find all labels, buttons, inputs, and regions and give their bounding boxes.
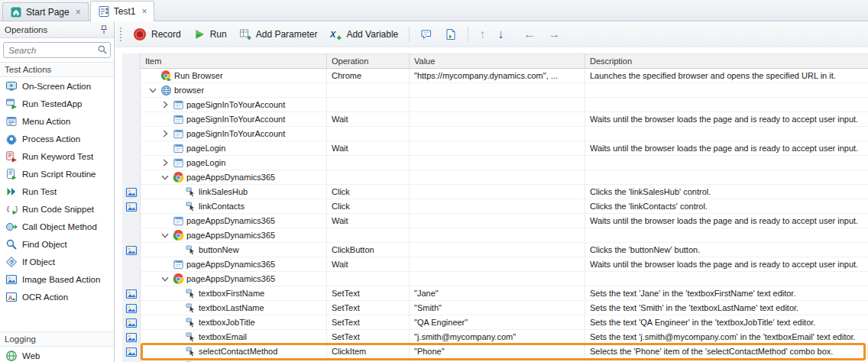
item-cell[interactable]: textboxPhone	[141, 359, 327, 362]
operation-item-run-keyword-test[interactable]: Run Keyword Test	[0, 147, 114, 165]
value-cell[interactable]: "Smith"	[410, 301, 585, 315]
test-step-row-linkcontacts[interactable]: linkContactsClickClicks the 'linkContact…	[141, 199, 868, 214]
description-cell[interactable]: Sets the text '555-555-555' in the 'text…	[585, 359, 868, 362]
visualizer-cell[interactable]	[122, 199, 140, 214]
description-cell[interactable]	[585, 156, 868, 170]
test-step-row-pagelogin[interactable]: pageLoginWaitWaits until the browser loa…	[141, 141, 868, 156]
item-cell[interactable]: pageAppsDynamics365	[141, 257, 327, 272]
visualizer-cell[interactable]	[122, 315, 140, 330]
test-step-row-pageappsdynamics365[interactable]: pageAppsDynamics365WaitWaits until the b…	[141, 214, 868, 228]
operation-item-run-testedapp[interactable]: Run TestedApp	[0, 95, 114, 112]
operation-cell[interactable]: Click	[327, 185, 410, 199]
close-tab-icon[interactable]: ×	[141, 6, 147, 17]
visualizer-cell[interactable]	[122, 286, 140, 301]
pin-icon[interactable]	[99, 24, 109, 35]
operation-cell[interactable]	[327, 170, 410, 185]
column-header-value[interactable]: Value	[410, 54, 585, 68]
test-step-row-pageappsdynamics365[interactable]: pageAppsDynamics365	[141, 170, 868, 185]
description-cell[interactable]: Sets the text 'Jane' in the 'textboxFirs…	[585, 286, 868, 301]
description-cell[interactable]: Sets the text 'QA Engineer' in the 'text…	[585, 315, 868, 330]
operation-cell[interactable]: Wait	[327, 214, 410, 228]
operation-cell[interactable]: Wait	[327, 257, 410, 272]
operation-item-run-script-routine[interactable]: Run Script Routine	[0, 165, 114, 183]
item-cell[interactable]: pageAppsDynamics365	[141, 170, 327, 185]
column-header-operation[interactable]: Operation	[327, 54, 410, 68]
description-cell[interactable]: Launches the specified browser and opens…	[585, 69, 868, 83]
description-cell[interactable]: Selects the 'Phone' item of the 'selectC…	[585, 344, 868, 359]
add-variable-button[interactable]: X Add Variable	[324, 25, 403, 44]
description-cell[interactable]: Sets the text 'Smith' in the 'textboxLas…	[585, 301, 868, 315]
description-cell[interactable]: Waits until the browser loads the page a…	[585, 214, 868, 228]
item-cell[interactable]: pageAppsDynamics365	[141, 272, 327, 286]
test-step-row-pageappsdynamics365[interactable]: pageAppsDynamics365WaitWaits until the b…	[141, 257, 868, 272]
description-cell[interactable]	[585, 170, 868, 185]
operation-item-process-action[interactable]: Process Action	[0, 130, 114, 147]
operation-item-call-object-method[interactable]: Call Object Method	[0, 218, 114, 235]
operation-item-if-object[interactable]: ?If Object	[0, 253, 114, 270]
chevron-down-icon[interactable]	[160, 172, 170, 183]
value-cell[interactable]: "https://mycompany.dynamics.com", ...	[410, 69, 585, 83]
operation-cell[interactable]	[327, 228, 410, 243]
move-right-button[interactable]: →	[542, 26, 565, 43]
run-button[interactable]: Run	[188, 25, 232, 44]
description-cell[interactable]	[585, 83, 868, 98]
description-cell[interactable]: Clicks the 'linkContacts' control.	[585, 199, 868, 214]
chevron-right-icon[interactable]	[160, 128, 170, 139]
add-parameter-button[interactable]: Add Parameter	[234, 25, 323, 44]
value-cell[interactable]: "Jane"	[410, 286, 585, 301]
operation-cell[interactable]: ClickButton	[327, 243, 410, 257]
operation-cell[interactable]: SetText	[327, 315, 410, 330]
description-cell[interactable]: Clicks the 'linkSalesHub' control.	[585, 185, 868, 199]
visualizer-cell[interactable]	[122, 330, 140, 344]
item-cell[interactable]: Run Browser	[141, 69, 327, 83]
item-cell[interactable]: pageLogin	[141, 141, 327, 156]
operation-cell[interactable]: ClickItem	[327, 344, 410, 359]
test-step-row-textboxemail[interactable]: textboxEmailSetText"j.smith@mycompany.co…	[141, 330, 868, 344]
chevron-down-icon[interactable]	[147, 85, 158, 95]
operation-item-ocr-action[interactable]: AOCR Action	[0, 288, 114, 305]
value-cell[interactable]	[410, 98, 585, 112]
chevron-right-icon[interactable]	[160, 157, 170, 168]
test-step-row-selectcontactmethod[interactable]: selectContactMethodClickItem"Phone"Selec…	[141, 344, 868, 359]
item-cell[interactable]: pageAppsDynamics365	[141, 214, 327, 228]
test-step-row-linksaleshub[interactable]: linkSalesHubClickClicks the 'linkSalesHu…	[141, 185, 868, 199]
value-cell[interactable]	[410, 272, 585, 286]
description-cell[interactable]	[585, 98, 868, 112]
item-cell[interactable]: pageSignInToYourAccount	[141, 112, 327, 127]
test-step-row-buttonnew[interactable]: buttonNewClickButtonClicks the 'buttonNe…	[141, 243, 868, 257]
description-cell[interactable]	[585, 228, 868, 243]
move-down-button[interactable]: ↓	[492, 26, 509, 43]
chevron-down-icon[interactable]	[160, 273, 170, 284]
operation-item-web[interactable]: Web	[0, 347, 114, 362]
value-cell[interactable]	[410, 257, 585, 272]
item-cell[interactable]: pageSignInToYourAccount	[141, 127, 327, 141]
item-cell[interactable]: pageAppsDynamics365	[141, 228, 327, 243]
operation-cell[interactable]	[327, 127, 410, 141]
test-step-row-textboxphone[interactable]: textboxPhoneSetText"555-555-555"Sets the…	[141, 359, 868, 362]
chevron-down-icon[interactable]	[160, 230, 170, 241]
operation-cell[interactable]	[327, 272, 410, 286]
description-cell[interactable]	[585, 127, 868, 141]
column-header-item[interactable]: Item	[141, 54, 327, 68]
operation-item-run-code-snippet[interactable]: { }Run Code Snippet	[0, 200, 114, 218]
visualizer-cell[interactable]	[122, 344, 140, 359]
operation-cell[interactable]: SetText	[327, 330, 410, 344]
operation-cell[interactable]: SetText	[327, 359, 410, 362]
item-cell[interactable]: textboxJobTitle	[141, 315, 327, 330]
operation-cell[interactable]	[327, 156, 410, 170]
operation-item-run-test[interactable]: Run Test	[0, 183, 114, 200]
operation-cell[interactable]: SetText	[327, 301, 410, 315]
operation-cell[interactable]	[327, 98, 410, 112]
value-cell[interactable]: "j.smith@mycompany.com"	[410, 330, 585, 344]
item-cell[interactable]: linkSalesHub	[141, 185, 327, 199]
value-cell[interactable]	[410, 243, 585, 257]
value-cell[interactable]	[410, 199, 585, 214]
value-cell[interactable]	[410, 127, 585, 141]
description-cell[interactable]: Sets the text 'j.smith@mycompany.com' in…	[585, 330, 868, 344]
document-action-button[interactable]	[439, 25, 462, 44]
operation-cell[interactable]: Wait	[327, 112, 410, 127]
tab-start-page[interactable]: Start Page ×	[2, 2, 89, 21]
value-cell[interactable]: "Phone"	[410, 344, 585, 359]
value-cell[interactable]	[410, 112, 585, 127]
operation-cell[interactable]: Wait	[327, 141, 410, 156]
